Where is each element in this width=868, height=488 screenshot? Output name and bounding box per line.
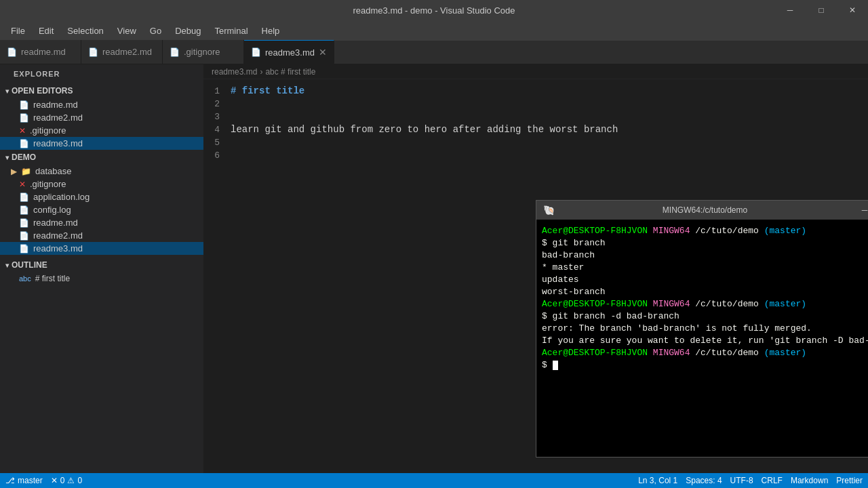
sidebar-header: Explorer (0, 64, 203, 83)
statusbar-spaces[interactable]: Spaces: 4 (686, 476, 722, 485)
section-demo-label: DEMO (12, 152, 36, 162)
terminal-input-prompt: $ (542, 360, 553, 370)
demo-readme3-icon: 📄 (19, 244, 29, 253)
demo-file-readme3[interactable]: 📄 readme3.md (0, 242, 203, 255)
open-editor-gitignore-icon: ✕ (19, 126, 26, 136)
line-num-5: 5 (203, 136, 231, 149)
terminal-mingw3: MINGW64 (653, 348, 690, 358)
menu-selection[interactable]: Selection (62, 23, 108, 39)
terminal-path3: /c/tuto/demo (695, 348, 759, 358)
terminal-error2: If you are sure you want to delete it, r… (542, 335, 868, 347)
demo-file-readme2[interactable]: 📄 readme2.md (0, 229, 203, 242)
statusbar-right: Ln 3, Col 1 Spaces: 4 UTF-8 CRLF Markdow… (638, 476, 863, 485)
terminal-cmd2: $ git branch -d bad-branch (542, 310, 868, 323)
demo-gitignore-icon: ✕ (19, 180, 26, 189)
statusbar-formatter[interactable]: Prettier (836, 476, 863, 485)
open-editor-readme2[interactable]: 📄 readme2.md (0, 111, 203, 124)
demo-configlog-name: config.log (33, 205, 71, 215)
terminal-branch3: (master) (764, 348, 806, 358)
demo-file-readme1[interactable]: 📄 readme.md (0, 216, 203, 229)
statusbar-branch-label: master (18, 476, 43, 485)
terminal-path1: /c/tuto/demo (695, 226, 759, 236)
demo-file-config-log[interactable]: 📄 config.log (0, 203, 203, 216)
folder-database-name: database (35, 166, 72, 176)
tab-readme3-close[interactable]: ✕ (319, 47, 327, 58)
terminal-master-star: * (542, 262, 553, 272)
line-num-2: 2 (203, 98, 231, 110)
code-line-1: 1 # first title (203, 85, 868, 98)
code-line-4: 4 learn git and github from zero to hero… (203, 123, 868, 136)
menu-terminal[interactable]: Terminal (209, 23, 253, 39)
statusbar: ⎇ master ✕ 0 ⚠ 0 Ln 3, Col 1 Spaces: 4 U… (0, 473, 868, 488)
section-outline-label: OUTLINE (12, 260, 47, 270)
maximize-button[interactable]: □ (806, 0, 837, 20)
main-area: 📄 readme.md 📄 readme2.md 📄 .gitignore 📄 … (0, 41, 868, 473)
menu-view[interactable]: View (112, 23, 142, 39)
tab-readme2[interactable]: 📄 readme2.md (81, 40, 163, 64)
titlebar-title: readme3.md - demo - Visual Studio Code (353, 5, 515, 16)
menu-edit[interactable]: Edit (33, 23, 59, 39)
terminal-branch-master: * master (542, 262, 868, 274)
open-editor-readme3[interactable]: 📄 readme3.md (0, 137, 203, 150)
demo-applog-name: application.log (33, 192, 90, 202)
menu-help[interactable]: Help (256, 23, 285, 39)
chevron-open-editors: ▾ (5, 87, 9, 95)
outline-first-title[interactable]: abc # first title (0, 272, 203, 285)
line-content-4: learn git and github from zero to hero a… (231, 123, 618, 136)
tab-bar: 📄 readme.md 📄 readme2.md 📄 .gitignore 📄 … (0, 41, 868, 64)
terminal-cmd1-text: $ git branch (542, 238, 606, 248)
open-editor-readme1-name: readme.md (33, 100, 78, 110)
terminal-body[interactable]: Acer@DESKTOP-F8HJVON MINGW64 /c/tuto/dem… (536, 220, 868, 457)
terminal-minimize-button[interactable]: ─ (855, 203, 868, 217)
section-outline-header[interactable]: ▾ OUTLINE (0, 258, 203, 272)
statusbar-error-count: 0 (60, 476, 65, 485)
terminal-branch-updates: updates (542, 274, 868, 286)
terminal-cursor (553, 361, 558, 370)
terminal-branch2: (master) (764, 299, 806, 309)
minimize-button[interactable]: ─ (774, 0, 806, 20)
terminal-cmd2-text: $ git branch -d bad-branch (542, 311, 679, 321)
section-open-editors-header[interactable]: ▾ OPEN EDITORS (0, 83, 203, 98)
terminal-path2: /c/tuto/demo (695, 299, 759, 309)
folder-database-icon: ▶ (11, 167, 17, 176)
section-open-editors-label: OPEN EDITORS (12, 86, 73, 96)
statusbar-warning-count: 0 (77, 476, 82, 485)
statusbar-branch[interactable]: ⎇ master (5, 476, 43, 485)
folder-database[interactable]: ▶ 📁 database (0, 165, 203, 178)
demo-applog-icon: 📄 (19, 192, 29, 202)
statusbar-language[interactable]: Markdown (791, 476, 828, 485)
statusbar-line-col-label: Ln 3, Col 1 (638, 476, 677, 485)
open-editor-gitignore[interactable]: ✕ .gitignore (0, 124, 203, 137)
editor: readme3.md › abc # first title 1 # first… (203, 64, 868, 473)
open-editor-readme2-icon: 📄 (19, 113, 29, 123)
tab-readme3-icon: 📄 (251, 47, 261, 57)
section-outline: ▾ OUTLINE abc # first title (0, 258, 203, 285)
open-editor-readme1[interactable]: 📄 readme.md (0, 98, 203, 111)
terminal-line-prompt1: Acer@DESKTOP-F8HJVON MINGW64 /c/tuto/dem… (542, 225, 868, 237)
tab-readme3[interactable]: 📄 readme3.md ✕ (244, 40, 334, 64)
close-button[interactable]: ✕ (837, 0, 868, 20)
terminal-user3: Acer@DESKTOP-F8HJVON (542, 348, 648, 358)
statusbar-encoding[interactable]: UTF-8 (730, 476, 753, 485)
menu-file[interactable]: File (5, 23, 31, 39)
statusbar-line-ending[interactable]: CRLF (762, 476, 783, 485)
terminal-branch1: (master) (764, 226, 806, 236)
line-num-1: 1 (203, 85, 231, 98)
tab-gitignore[interactable]: 📄 .gitignore (163, 40, 244, 64)
statusbar-branch-icon: ⎇ (5, 476, 15, 485)
content-area: Explorer ▾ OPEN EDITORS 📄 readme.md 📄 re… (0, 64, 868, 473)
outline-first-title-label: # first title (35, 274, 70, 283)
terminal-updates-branch: updates (542, 274, 579, 285)
statusbar-line-col[interactable]: Ln 3, Col 1 (638, 476, 677, 485)
open-editor-readme3-name: readme3.md (33, 138, 83, 148)
tab-readme1[interactable]: 📄 readme.md (0, 40, 81, 64)
demo-file-application-log[interactable]: 📄 application.log (0, 190, 203, 203)
terminal-mingw2: MINGW64 (653, 299, 690, 309)
statusbar-line-ending-label: CRLF (762, 476, 783, 485)
demo-gitignore-name: .gitignore (30, 179, 66, 189)
statusbar-errors[interactable]: ✕ 0 ⚠ 0 (51, 476, 82, 485)
section-demo-header[interactable]: ▾ DEMO (0, 150, 203, 165)
menu-go[interactable]: Go (144, 23, 167, 39)
menu-debug[interactable]: Debug (170, 23, 206, 39)
demo-file-gitignore[interactable]: ✕ .gitignore (0, 178, 203, 190)
